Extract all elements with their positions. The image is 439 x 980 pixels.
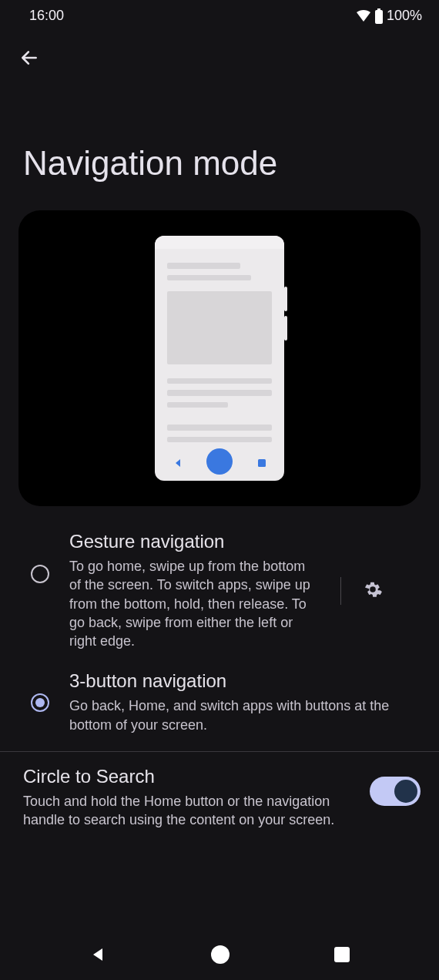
- app-bar: [0, 29, 439, 73]
- mock-overview-icon: [258, 459, 266, 467]
- navigation-preview: [18, 210, 421, 506]
- circle-home-icon: [210, 945, 230, 965]
- status-right: 100%: [356, 8, 422, 24]
- svg-rect-4: [334, 947, 350, 962]
- arrow-left-icon: [19, 48, 39, 68]
- nav-back-button[interactable]: [89, 945, 107, 966]
- svg-rect-2: [258, 459, 266, 467]
- navigation-options: Gesture navigation To go home, swipe up …: [0, 525, 439, 748]
- triangle-back-icon: [89, 945, 107, 964]
- cts-toggle[interactable]: [370, 777, 421, 806]
- radio-three-button[interactable]: [31, 693, 49, 712]
- circle-to-search-row[interactable]: Circle to Search Touch and hold the Home…: [0, 752, 439, 830]
- nav-overview-button[interactable]: [333, 946, 350, 965]
- option-description: To go home, swipe up from the bottom of …: [69, 557, 319, 650]
- battery-icon: [374, 8, 384, 24]
- svg-point-3: [211, 945, 230, 964]
- svg-rect-1: [375, 10, 383, 24]
- phone-mockup: [155, 236, 284, 481]
- nav-home-button[interactable]: [210, 945, 230, 967]
- option-three-button-navigation[interactable]: 3-button navigation Go back, Home, and s…: [0, 664, 439, 748]
- option-description: Go back, Home, and switch apps with butt…: [69, 696, 421, 734]
- mock-home-icon: [206, 448, 233, 475]
- wifi-icon: [356, 10, 371, 22]
- cts-description: Touch and hold the Home button or the na…: [23, 792, 356, 830]
- cts-title: Circle to Search: [23, 766, 356, 787]
- page-title: Navigation mode: [0, 73, 439, 210]
- svg-rect-0: [377, 8, 380, 10]
- gear-icon: [363, 579, 383, 599]
- option-title: Gesture navigation: [69, 531, 319, 552]
- square-overview-icon: [333, 946, 350, 963]
- option-gesture-navigation[interactable]: Gesture navigation To go home, swipe up …: [0, 525, 439, 664]
- system-navigation-bar: [0, 931, 439, 980]
- mock-back-icon: [173, 458, 183, 468]
- settings-separator: [340, 577, 341, 605]
- battery-percent: 100%: [387, 8, 422, 24]
- option-title: 3-button navigation: [69, 670, 421, 692]
- back-button[interactable]: [14, 42, 45, 73]
- gesture-settings-button[interactable]: [358, 575, 387, 606]
- radio-gesture[interactable]: [31, 565, 49, 583]
- status-time: 16:00: [29, 8, 64, 24]
- status-bar: 16:00 100%: [0, 0, 439, 29]
